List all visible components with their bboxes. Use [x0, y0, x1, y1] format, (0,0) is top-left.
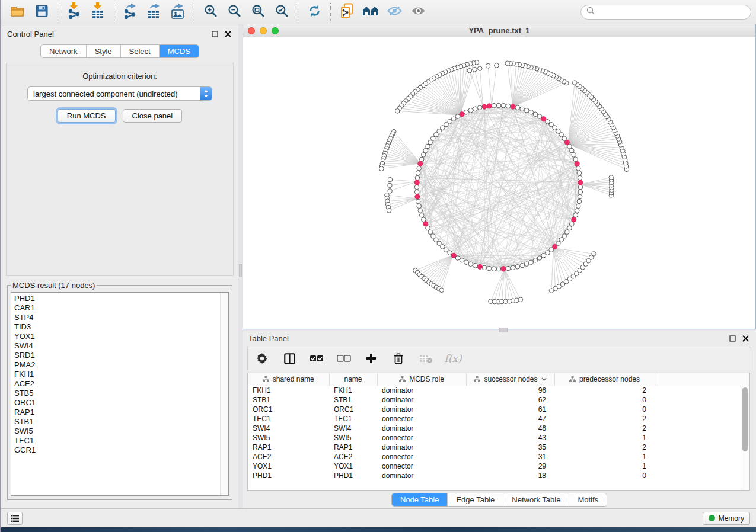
mcds-result-item[interactable]: ORC1: [14, 398, 220, 408]
mcds-result-item[interactable]: ACE2: [14, 379, 220, 389]
panel-toggle-button[interactable]: [7, 512, 23, 525]
mcds-result-item[interactable]: TEC1: [14, 436, 220, 446]
delete-column-button[interactable]: [391, 351, 406, 366]
add-column-button[interactable]: [364, 351, 378, 366]
table-cell: ACE2: [329, 452, 377, 462]
zoom-in-button[interactable]: [199, 2, 222, 22]
tab-motifs[interactable]: Motifs: [569, 493, 607, 506]
dropdown-stepper-icon: [200, 86, 212, 101]
mcds-result-item[interactable]: YOX1: [14, 332, 220, 341]
toolbar-separator: [194, 3, 194, 21]
close-panel-icon[interactable]: [741, 334, 750, 343]
tab-style[interactable]: Style: [87, 45, 121, 57]
select-all-button[interactable]: [310, 351, 324, 366]
table-cell: 47: [466, 414, 554, 424]
memory-button[interactable]: Memory: [703, 512, 750, 525]
refresh-button[interactable]: [302, 2, 326, 22]
table-row[interactable]: SWI4SWI4dominator462: [248, 424, 749, 433]
mcds-list-scrollbar[interactable]: [220, 293, 228, 495]
tab-node-table[interactable]: Node Table: [392, 493, 448, 506]
mcds-result-item[interactable]: TID3: [14, 322, 220, 332]
search-input[interactable]: [598, 8, 745, 16]
zoom-out-button[interactable]: [222, 2, 246, 22]
table-cell: 0: [554, 395, 655, 405]
float-panel-icon[interactable]: [728, 334, 737, 343]
table-row[interactable]: STB1STB1dominator620: [248, 395, 749, 405]
first-neighbors-button[interactable]: [359, 2, 382, 22]
network-canvas[interactable]: [243, 37, 755, 329]
tab-network[interactable]: Network: [41, 45, 87, 57]
mcds-result-item[interactable]: SWI5: [14, 427, 220, 436]
close-panel-icon[interactable]: [223, 29, 232, 39]
table-cell: [655, 462, 749, 471]
table-settings-button[interactable]: [255, 351, 269, 366]
open-session-button[interactable]: [6, 2, 30, 22]
mcds-result-item[interactable]: STP4: [14, 313, 220, 322]
float-panel-icon[interactable]: [210, 29, 219, 39]
minimize-window-icon[interactable]: [260, 27, 267, 34]
show-all-button[interactable]: [406, 2, 430, 22]
show-eye-icon: [411, 6, 426, 18]
table-row[interactable]: RAP1RAP1dominator352: [248, 443, 749, 452]
splitter-grip[interactable]: [499, 328, 508, 332]
tab-edge-table[interactable]: Edge Table: [448, 493, 503, 506]
search-box: [580, 5, 751, 20]
tab-network-table[interactable]: Network Table: [503, 493, 569, 506]
save-session-button[interactable]: [30, 2, 53, 22]
control-panel-title: Control Panel: [7, 30, 54, 39]
close-panel-button[interactable]: Close panel: [123, 109, 183, 123]
export-table-button[interactable]: [142, 2, 166, 22]
deselect-all-button[interactable]: [337, 351, 351, 366]
criterion-dropdown[interactable]: largest connected component (undirected): [27, 86, 212, 101]
import-network-button[interactable]: [62, 2, 86, 22]
table-row[interactable]: FKH1FKH1dominator962: [248, 386, 749, 395]
horizontal-splitter[interactable]: [243, 329, 756, 331]
table-cell: [655, 452, 749, 462]
control-panel: Control Panel Network Style Select MCDS …: [1, 24, 238, 508]
table-row[interactable]: ACE2ACE2connector311: [248, 452, 749, 462]
column-header-shared-name[interactable]: shared name: [248, 373, 329, 386]
table-cell: 2: [554, 386, 655, 395]
table-row[interactable]: PHD1PHD1dominator180: [248, 471, 749, 480]
table-row[interactable]: ORC1ORC1dominator610: [248, 405, 749, 414]
mcds-result-item[interactable]: GCR1: [14, 446, 220, 455]
mcds-result-item[interactable]: FKH1: [14, 370, 220, 379]
table-cell: 29: [466, 462, 554, 471]
export-network-button[interactable]: [119, 2, 142, 22]
table-row[interactable]: SWI5SWI5connector431: [248, 433, 749, 443]
mcds-result-item[interactable]: PHD1: [14, 294, 220, 303]
run-mcds-button[interactable]: Run MCDS: [58, 109, 116, 123]
zoom-fit-button[interactable]: [246, 2, 270, 22]
column-header-mcds-role[interactable]: MCDS role: [377, 373, 466, 386]
scrollbar-thumb[interactable]: [742, 387, 748, 451]
mcds-result-item[interactable]: SWI4: [14, 341, 220, 351]
show-columns-button[interactable]: [282, 351, 296, 366]
import-table-button[interactable]: [86, 2, 110, 22]
memory-label: Memory: [719, 514, 744, 523]
mcds-result-item[interactable]: STB1: [14, 417, 220, 427]
mcds-result-item[interactable]: STB5: [14, 389, 220, 398]
mcds-result-list[interactable]: PHD1CAR1STP4TID3YOX1SWI4SRD1PMA2FKH1ACE2…: [11, 293, 220, 495]
export-image-button[interactable]: [166, 2, 190, 22]
table-cell: dominator: [377, 471, 466, 480]
tab-mcds[interactable]: MCDS: [160, 45, 199, 57]
close-window-icon[interactable]: [248, 27, 255, 34]
column-header-successor-nodes[interactable]: successor nodes: [466, 373, 554, 386]
splitter-grip[interactable]: [239, 264, 242, 277]
tab-select[interactable]: Select: [121, 45, 160, 57]
table-cell: SWI5: [248, 433, 329, 443]
mcds-result-item[interactable]: RAP1: [14, 408, 220, 417]
table-row[interactable]: YOX1YOX1connector291: [248, 462, 749, 471]
column-header-name[interactable]: name: [329, 373, 377, 386]
hide-selected-button[interactable]: [382, 2, 406, 22]
mcds-result-item[interactable]: PMA2: [14, 360, 220, 370]
table-row[interactable]: TEC1TEC1connector472: [248, 414, 749, 424]
vertical-splitter[interactable]: [238, 24, 243, 508]
mcds-result-item[interactable]: CAR1: [14, 303, 220, 313]
zoom-selected-button[interactable]: [270, 2, 294, 22]
table-scrollbar[interactable]: [741, 386, 749, 490]
mcds-result-item[interactable]: SRD1: [14, 351, 220, 360]
column-header-predecessor-nodes[interactable]: predecessor nodes: [554, 373, 655, 386]
maximize-window-icon[interactable]: [272, 27, 279, 34]
new-network-from-selection-button[interactable]: [335, 2, 359, 22]
